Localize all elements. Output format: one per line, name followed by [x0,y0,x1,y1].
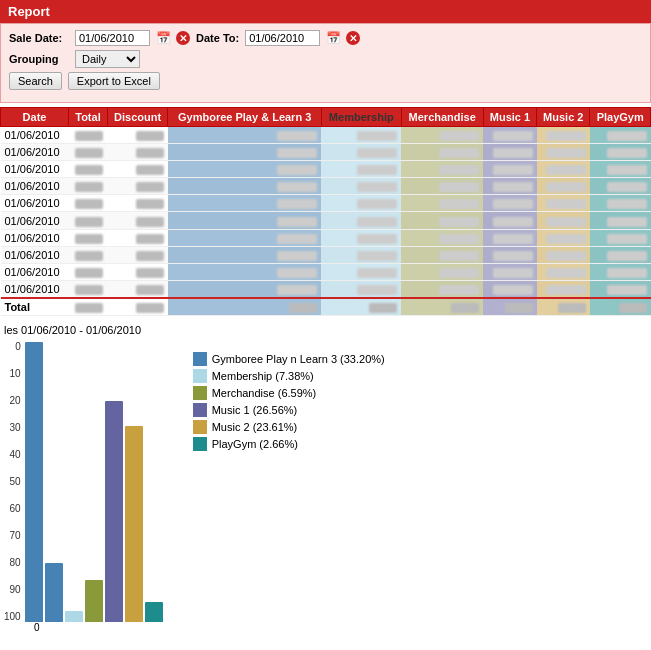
report-table: Date Total Discount Gymboree Play & Lear… [0,107,651,316]
chart-area: les 01/06/2010 - 01/06/2010 100908070605… [0,316,651,641]
table-row: 01/06/2010 [1,229,651,246]
col-music1: Music 1 [483,108,536,127]
legend-item: Music 2 (23.61%) [193,420,385,434]
chart-legend: Gymboree Play n Learn 3 (33.20%)Membersh… [193,352,385,622]
col-playgym: PlayGym [590,108,651,127]
grouping-label: Grouping [9,53,69,65]
legend-swatch [193,352,207,366]
legend-label: Gymboree Play n Learn 3 (33.20%) [212,353,385,365]
col-membership: Membership [321,108,401,127]
report-header: Report [0,0,651,23]
bar-top [25,342,43,622]
legend-swatch [193,420,207,434]
chart-content: 1009080706050403020100 Gymboree Play n L… [4,342,647,622]
bars-area [25,342,163,622]
sale-date-clear-icon[interactable]: ✕ [176,31,190,45]
bar-item [105,401,123,622]
bar-item [45,563,63,622]
table-row: 01/06/2010 [1,280,651,298]
grouping-select[interactable]: Daily Weekly Monthly [75,50,140,68]
filter-area: Sale Date: 📅 ✕ Date To: 📅 ✕ Grouping Dai… [0,23,651,103]
grouping-row: Grouping Daily Weekly Monthly [9,50,642,68]
sale-date-calendar-icon[interactable]: 📅 [156,31,170,45]
col-discount: Discount [107,108,168,127]
legend-item: Merchandise (6.59%) [193,386,385,400]
total-row: Total [1,298,651,316]
table-row: 01/06/2010 [1,263,651,280]
legend-item: Gymboree Play n Learn 3 (33.20%) [193,352,385,366]
date-to-input[interactable] [245,30,320,46]
legend-swatch [193,403,207,417]
legend-label: Membership (7.38%) [212,370,314,382]
date-filter-row: Sale Date: 📅 ✕ Date To: 📅 ✕ [9,30,642,46]
date-to-label: Date To: [196,32,239,44]
legend-label: Music 1 (26.56%) [212,404,298,416]
date-to-clear-icon[interactable]: ✕ [346,31,360,45]
table-container: Date Total Discount Gymboree Play & Lear… [0,103,651,316]
y-axis: 1009080706050403020100 [4,342,21,622]
legend-swatch [193,369,207,383]
col-date: Date [1,108,69,127]
export-button[interactable]: Export to Excel [68,72,160,90]
date-to-calendar-icon[interactable]: 📅 [326,31,340,45]
col-merchandise: Merchandise [401,108,483,127]
legend-swatch [193,437,207,451]
chart-title: les 01/06/2010 - 01/06/2010 [4,324,647,336]
bar-item [65,611,83,622]
legend-item: Membership (7.38%) [193,369,385,383]
table-row: 01/06/2010 [1,195,651,212]
table-row: 01/06/2010 [1,161,651,178]
legend-label: Merchandise (6.59%) [212,387,317,399]
bar-item [85,580,103,622]
table-row: 01/06/2010 [1,212,651,229]
col-gymboree: Gymboree Play & Learn 3 [168,108,322,127]
bar-item [125,426,143,622]
legend-item: Music 1 (26.56%) [193,403,385,417]
bar-item [145,602,163,622]
table-row: 01/06/2010 [1,127,651,144]
col-total: Total [69,108,108,127]
x-axis-label: 0 [34,622,647,633]
table-row: 01/06/2010 [1,144,651,161]
legend-swatch [193,386,207,400]
legend-label: Music 2 (23.61%) [212,421,298,433]
table-row: 01/06/2010 [1,178,651,195]
search-button[interactable]: Search [9,72,62,90]
legend-label: PlayGym (2.66%) [212,438,298,450]
table-row: 01/06/2010 [1,246,651,263]
action-row: Search Export to Excel [9,72,642,90]
col-music2: Music 2 [537,108,590,127]
sale-date-input[interactable] [75,30,150,46]
report-title: Report [8,4,50,19]
sale-date-label: Sale Date: [9,32,69,44]
legend-item: PlayGym (2.66%) [193,437,385,451]
